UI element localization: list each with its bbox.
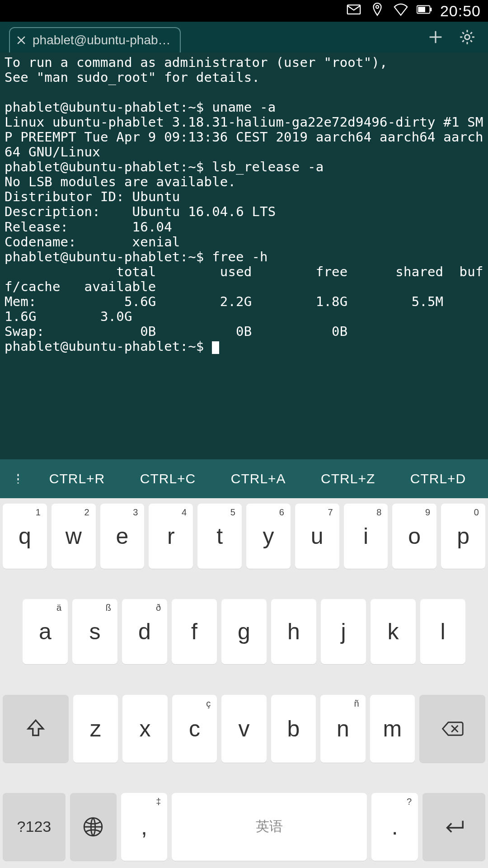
new-tab-button[interactable] bbox=[427, 28, 445, 48]
key-g[interactable]: g bbox=[221, 599, 267, 664]
wifi-icon bbox=[393, 2, 408, 20]
svg-rect-3 bbox=[430, 8, 432, 11]
space-key[interactable]: 英语 bbox=[172, 793, 367, 861]
backspace-key[interactable] bbox=[419, 695, 485, 763]
period-key[interactable]: ?. bbox=[371, 793, 418, 861]
key-l[interactable]: l bbox=[420, 599, 465, 664]
shortcut-ctrl-z[interactable]: CTRL+Z bbox=[316, 471, 380, 486]
key-e[interactable]: 3e bbox=[100, 504, 145, 569]
terminal-prompt: phablet@ubuntu-phablet:~$ bbox=[5, 339, 212, 354]
tab-title: phablet@ubuntu-phab… bbox=[33, 33, 171, 47]
key-v[interactable]: v bbox=[221, 695, 266, 763]
on-screen-keyboard: 1q2w3e4r5t6y7u8i9o0p äaßsðdfghjkl zxçcvb… bbox=[0, 498, 488, 868]
shortcut-ctrl-r[interactable]: CTRL+R bbox=[45, 471, 110, 486]
tab-bar: phablet@ubuntu-phab… bbox=[0, 22, 488, 52]
key-c[interactable]: çc bbox=[172, 695, 217, 763]
comma-key[interactable]: ‡, bbox=[121, 793, 168, 861]
cursor bbox=[212, 341, 219, 354]
key-s[interactable]: ßs bbox=[72, 599, 117, 664]
terminal-text: To run a command as administrator (user … bbox=[5, 55, 488, 339]
mail-icon bbox=[346, 2, 361, 20]
key-j[interactable]: j bbox=[321, 599, 366, 664]
shortcut-ctrl-c[interactable]: CTRL+C bbox=[136, 471, 201, 486]
shortcut-ctrl-d[interactable]: CTRL+D bbox=[406, 471, 471, 486]
terminal-tab[interactable]: phablet@ubuntu-phab… bbox=[9, 27, 181, 52]
symbols-key[interactable]: ?123 bbox=[3, 793, 66, 861]
svg-rect-0 bbox=[347, 5, 360, 14]
shortcut-bar: CTRL+RCTRL+CCTRL+ACTRL+ZCTRL+D bbox=[0, 459, 488, 498]
key-o[interactable]: 9o bbox=[392, 504, 436, 569]
key-n[interactable]: ñn bbox=[320, 695, 365, 763]
shortcut-ctrl-a[interactable]: CTRL+A bbox=[226, 471, 291, 486]
key-p[interactable]: 0p bbox=[441, 504, 485, 569]
key-w[interactable]: 2w bbox=[52, 504, 96, 569]
settings-button[interactable] bbox=[458, 28, 476, 48]
terminal-output[interactable]: To run a command as administrator (user … bbox=[0, 52, 488, 459]
key-m[interactable]: m bbox=[370, 695, 415, 763]
key-q[interactable]: 1q bbox=[3, 504, 47, 569]
status-clock: 20:50 bbox=[440, 2, 481, 20]
key-u[interactable]: 7u bbox=[295, 504, 339, 569]
key-z[interactable]: z bbox=[73, 695, 118, 763]
key-h[interactable]: h bbox=[271, 599, 316, 664]
key-k[interactable]: k bbox=[371, 599, 416, 664]
key-f[interactable]: f bbox=[172, 599, 217, 664]
key-y[interactable]: 6y bbox=[246, 504, 291, 569]
shift-key[interactable] bbox=[3, 695, 69, 763]
key-i[interactable]: 8i bbox=[344, 504, 388, 569]
key-b[interactable]: b bbox=[271, 695, 316, 763]
battery-icon bbox=[417, 2, 432, 20]
shortcut-menu-button[interactable] bbox=[5, 472, 32, 485]
key-t[interactable]: 5t bbox=[197, 504, 242, 569]
svg-point-1 bbox=[376, 5, 379, 8]
language-key[interactable] bbox=[70, 793, 117, 861]
svg-point-5 bbox=[465, 35, 470, 40]
key-d[interactable]: ðd bbox=[122, 599, 167, 664]
location-icon bbox=[370, 2, 385, 20]
key-r[interactable]: 4r bbox=[149, 504, 193, 569]
key-x[interactable]: x bbox=[122, 695, 167, 763]
key-a[interactable]: äa bbox=[23, 599, 68, 664]
svg-rect-4 bbox=[418, 7, 425, 12]
close-icon[interactable] bbox=[16, 35, 26, 45]
enter-key[interactable] bbox=[422, 793, 485, 861]
status-bar: 20:50 bbox=[0, 0, 488, 22]
